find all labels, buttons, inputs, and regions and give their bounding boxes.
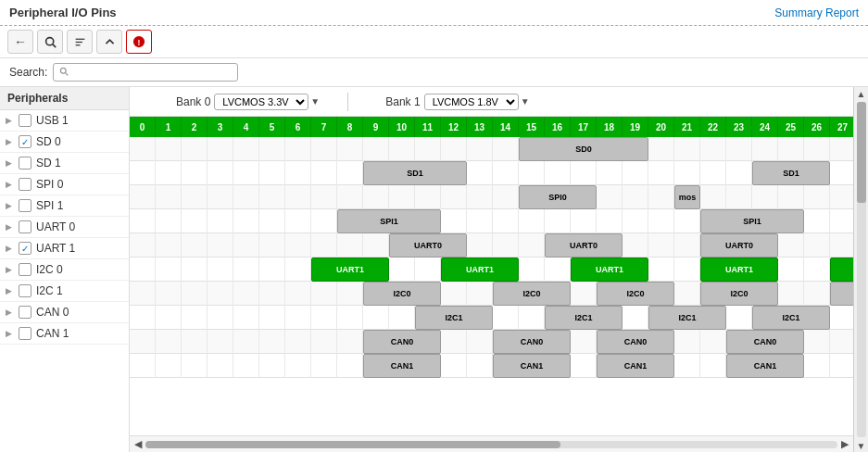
pin-cell-empty-spi1-row-21 (674, 209, 700, 233)
error-button[interactable]: ! (126, 30, 152, 54)
checkbox-usb1[interactable] (19, 114, 31, 127)
pin-cell-i2c1-row-20[interactable]: I2C1 (648, 306, 726, 330)
pin-cell-i2c0-row-27[interactable]: I2C0 (830, 282, 853, 306)
sidebar-item-can0[interactable]: ▶CAN 0 (0, 302, 129, 323)
sidebar-item-sd0[interactable]: ▶✓SD 0 (0, 132, 129, 153)
pin-cell-uart0-row-16[interactable]: UART0 (545, 233, 623, 258)
scrollbar-track[interactable] (145, 441, 837, 448)
pin-cell-can0-row-9[interactable]: CAN0 (363, 330, 441, 354)
sidebar-item-sd1[interactable]: ▶SD 1 (0, 153, 129, 174)
pin-cell-uart1-row-17[interactable]: UART1 (571, 258, 648, 282)
pin-cell-can0-row-18[interactable]: CAN0 (597, 330, 674, 354)
pin-cell-sd0-row-15[interactable]: SD0 (519, 137, 648, 161)
expand-arrow-can0[interactable]: ▶ (6, 308, 17, 317)
pin-cell-sd1-row-24[interactable]: SD1 (752, 161, 830, 185)
checkbox-can0[interactable] (19, 306, 31, 319)
pin-cell-empty-uart1-row-16 (545, 258, 571, 282)
pin-cell-uart1-row-27[interactable]: UART1 (830, 258, 853, 282)
bottom-scrollbar[interactable]: ◀ ▶ (130, 435, 853, 452)
pin-cell-can1-row-9[interactable]: CAN1 (363, 354, 441, 378)
scroll-down-icon[interactable]: ▼ (855, 439, 868, 452)
search-toggle-button[interactable] (37, 30, 63, 54)
expand-arrow-spi0[interactable]: ▶ (6, 180, 17, 189)
vscroll-thumb[interactable] (857, 102, 866, 203)
back-button[interactable]: ← (7, 30, 33, 54)
pin-cell-i2c0-row-14[interactable]: I2C0 (493, 282, 571, 306)
search-input[interactable] (72, 66, 220, 79)
pin-cell-sd1-row-9[interactable]: SD1 (363, 161, 467, 185)
pin-cell-empty-spi0-row-24 (752, 185, 778, 209)
pin-cell-i2c0-row-18[interactable]: I2C0 (597, 282, 674, 306)
pin-cell-can1-row-18[interactable]: CAN1 (597, 354, 674, 378)
pin-cell-empty-spi1-row-1 (156, 209, 182, 233)
sidebar-item-uart1[interactable]: ▶✓UART 1 (0, 238, 129, 259)
expand-button[interactable] (96, 30, 122, 54)
pin-cell-i2c1-row-11[interactable]: I2C1 (415, 306, 493, 330)
pin-cell-can0-row-23[interactable]: CAN0 (726, 330, 804, 354)
pin-cell-uart0-row-10[interactable]: UART0 (389, 233, 467, 258)
expand-arrow-spi1[interactable]: ▶ (6, 201, 17, 210)
pin-cell-empty-i2c0-row-21 (674, 282, 700, 306)
sidebar-item-i2c1[interactable]: ▶I2C 1 (0, 281, 129, 302)
expand-arrow-uart1[interactable]: ▶ (6, 244, 17, 253)
pin-cell-empty-sd0-row-25 (778, 137, 804, 161)
checkbox-spi1[interactable] (19, 199, 31, 212)
pin-cell-uart1-row-7[interactable]: UART1 (311, 258, 389, 282)
checkbox-can1[interactable] (19, 327, 31, 340)
sidebar-item-usb1[interactable]: ▶USB 1 (0, 110, 129, 132)
vscroll-track[interactable] (857, 102, 866, 437)
pin-cell-spi0-row-15[interactable]: SPI0 (519, 185, 597, 209)
pin-cell-spi0-row-21[interactable]: mos (674, 185, 700, 209)
scroll-right-icon[interactable]: ▶ (841, 438, 849, 450)
expand-arrow-uart0[interactable]: ▶ (6, 222, 17, 232)
checkbox-i2c0[interactable] (19, 263, 31, 276)
pin-cell-i2c1-row-16[interactable]: I2C1 (545, 306, 623, 330)
pin-cell-i2c0-row-9[interactable]: I2C0 (363, 282, 441, 306)
checkbox-sd0[interactable]: ✓ (19, 135, 31, 148)
expand-arrow-sd0[interactable]: ▶ (6, 137, 17, 146)
vertical-scrollbar[interactable]: ▲ ▼ (853, 87, 868, 452)
sidebar-item-spi1[interactable]: ▶SPI 1 (0, 195, 129, 217)
bank1-voltage-select[interactable]: LVCMOS 1.8V LVCMOS 3.3V LVCMOS 2.5V (424, 94, 519, 110)
pin-cell-spi1-row-22[interactable]: SPI1 (700, 209, 804, 233)
sidebar-item-spi0[interactable]: ▶SPI 0 (0, 174, 129, 195)
pin-cell-empty-uart0-row-20 (648, 233, 674, 258)
sidebar-header: Peripherals (0, 87, 129, 110)
bank0-voltage-select[interactable]: LVCMOS 3.3V LVCMOS 1.8V LVCMOS 2.5V (214, 94, 308, 110)
scrollbar-thumb[interactable] (145, 441, 560, 448)
pin-number-15: 15 (519, 117, 545, 137)
pin-number-12: 12 (441, 117, 467, 137)
expand-arrow-i2c0[interactable]: ▶ (6, 265, 17, 274)
scroll-left-icon[interactable]: ◀ (134, 438, 142, 450)
expand-arrow-sd1[interactable]: ▶ (6, 158, 17, 168)
expand-arrow-i2c1[interactable]: ▶ (6, 286, 17, 295)
expand-arrow-can1[interactable]: ▶ (6, 329, 17, 338)
checkbox-spi0[interactable] (19, 178, 31, 191)
summary-report-link[interactable]: Summary Report (774, 6, 859, 19)
pin-grid-container[interactable]: 0123456789101112131415161718192021222324… (130, 117, 853, 435)
sidebar-item-i2c0[interactable]: ▶I2C 0 (0, 259, 129, 281)
pin-cell-can1-row-23[interactable]: CAN1 (726, 354, 804, 378)
pin-cell-spi1-row-8[interactable]: SPI1 (337, 209, 441, 233)
pin-cell-empty-sd0-row-2 (182, 137, 208, 161)
filter-button[interactable] (67, 30, 93, 54)
checkbox-sd1[interactable] (19, 157, 31, 170)
pin-cell-empty-spi1-row-3 (208, 209, 233, 233)
checkbox-uart1[interactable]: ✓ (19, 242, 31, 255)
sidebar-item-can1[interactable]: ▶CAN 1 (0, 323, 129, 345)
sidebar-item-uart0[interactable]: ▶UART 0 (0, 217, 129, 238)
checkbox-i2c1[interactable] (19, 284, 31, 297)
checkbox-uart0[interactable] (19, 220, 31, 233)
pin-cell-can1-row-14[interactable]: CAN1 (493, 354, 571, 378)
pin-cell-uart1-row-12[interactable]: UART1 (441, 258, 519, 282)
pin-number-1: 1 (156, 117, 182, 137)
expand-arrow-usb1[interactable]: ▶ (6, 116, 17, 125)
pin-number-21: 21 (674, 117, 700, 137)
search-label: Search: (9, 66, 47, 79)
scroll-up-icon[interactable]: ▲ (855, 87, 868, 100)
pin-cell-i2c1-row-24[interactable]: I2C1 (752, 306, 830, 330)
pin-cell-uart0-row-22[interactable]: UART0 (700, 233, 778, 258)
pin-cell-i2c0-row-22[interactable]: I2C0 (700, 282, 778, 306)
pin-cell-can0-row-14[interactable]: CAN0 (493, 330, 571, 354)
pin-cell-uart1-row-22[interactable]: UART1 (700, 258, 778, 282)
